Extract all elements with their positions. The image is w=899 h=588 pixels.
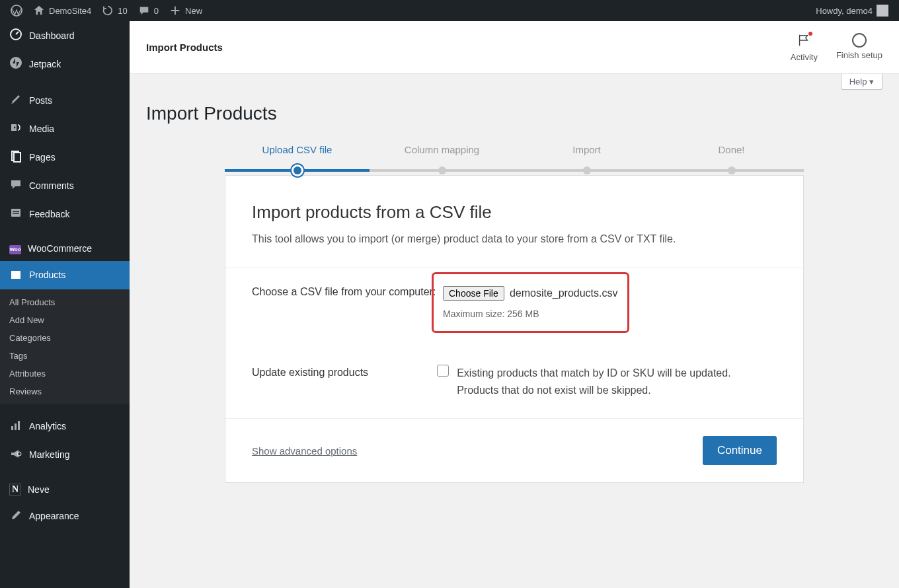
comment-bubble-icon — [138, 5, 150, 17]
plus-icon — [169, 5, 181, 17]
updates-menu[interactable]: 10 — [97, 0, 132, 21]
updates-count: 10 — [118, 6, 127, 16]
howdy-label: Howdy, demo4 — [816, 6, 873, 16]
user-avatar-icon — [877, 5, 888, 17]
site-name-label: DemoSite4 — [49, 6, 91, 16]
account-menu[interactable]: Howdy, demo4 — [810, 0, 894, 21]
home-icon — [33, 5, 45, 17]
wp-logo-menu[interactable] — [5, 0, 28, 21]
new-content-label: New — [185, 6, 202, 16]
site-name-menu[interactable]: DemoSite4 — [28, 0, 97, 21]
comments-count: 0 — [154, 6, 159, 16]
comments-menu[interactable]: 0 — [133, 0, 164, 21]
refresh-icon — [102, 5, 114, 17]
new-content-menu[interactable]: New — [164, 0, 208, 21]
wordpress-logo-icon — [11, 5, 22, 17]
admin-bar: DemoSite4 10 0 New Howdy, demo4 — [0, 0, 899, 21]
